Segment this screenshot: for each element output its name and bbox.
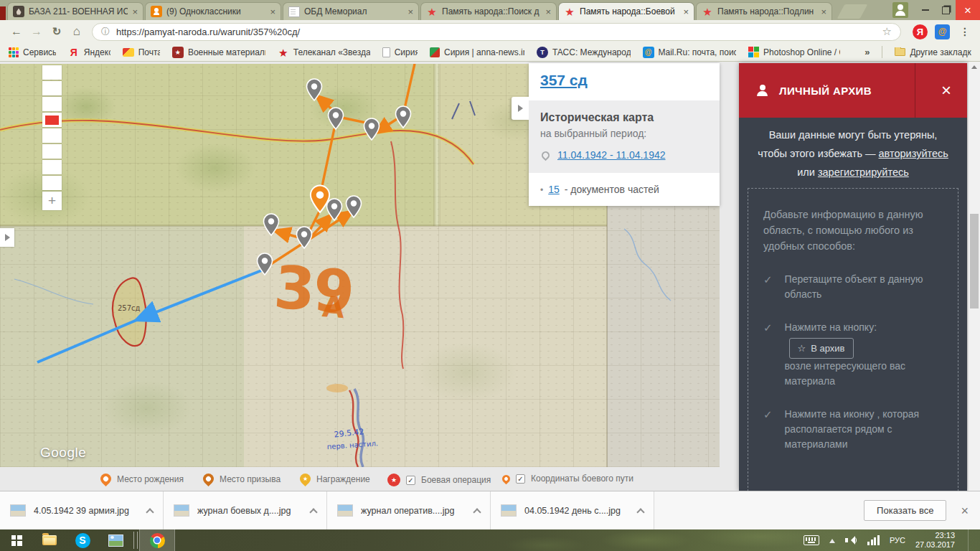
- hint-text: Перетащите объект в данную область: [785, 272, 943, 302]
- scrollbar-thumb[interactable]: [970, 214, 979, 309]
- collapse-panel-button[interactable]: [512, 97, 529, 120]
- new-tab-button[interactable]: [837, 4, 868, 19]
- minimize-button[interactable]: [915, 0, 936, 20]
- map-layer-button-selected[interactable]: [42, 113, 62, 127]
- mail-envelope-icon: [123, 48, 134, 57]
- page-scrollbar[interactable]: [968, 62, 980, 491]
- services-grid-icon: [9, 47, 19, 57]
- download-item[interactable]: 4.05.1942 39 армия.jpg: [0, 491, 164, 529]
- profile-avatar-button[interactable]: [892, 2, 908, 18]
- address-bar[interactable]: https://pamyat-naroda.ru/warunit/357%20с…: [92, 23, 901, 41]
- chevron-up-icon[interactable]: [309, 508, 317, 516]
- tab-close-icon[interactable]: [821, 7, 826, 17]
- map-layer-button[interactable]: [42, 128, 62, 143]
- tab-pamyat-poisk[interactable]: Память народа::Поиск д: [420, 2, 557, 20]
- chrome-button-active[interactable]: [139, 529, 175, 551]
- register-link[interactable]: зарегистрируйтесь: [818, 166, 909, 178]
- map-pin[interactable]: [329, 108, 344, 129]
- map-pin[interactable]: [396, 106, 411, 128]
- bookmark-pochta[interactable]: Почта: [123, 47, 160, 57]
- documents-count-link[interactable]: 15: [548, 184, 560, 195]
- map-pin[interactable]: [364, 118, 380, 140]
- tab-pamyat-podlin[interactable]: Память народа::Подлин: [696, 2, 832, 20]
- drop-zone[interactable]: Добавьте информацию в данную область, с …: [748, 188, 958, 502]
- bookmark-siriya[interactable]: Сирия: [382, 47, 418, 57]
- touch-keyboard-icon[interactable]: [804, 535, 819, 545]
- url-input[interactable]: https://pamyat-naroda.ru/warunit/357%20с…: [116, 27, 876, 37]
- battle-route-segment[interactable]: [321, 128, 334, 189]
- map-layer-button[interactable]: [42, 176, 62, 190]
- bookmark-yandex[interactable]: Яндекс: [68, 47, 110, 58]
- bookmark-voennye-materialy[interactable]: Военные материалы: [172, 47, 265, 58]
- legend-item-award: Награждение: [300, 474, 370, 484]
- hidden-icons-chevron[interactable]: [829, 536, 835, 543]
- map-layer-button[interactable]: [42, 65, 62, 80]
- site-info-icon[interactable]: [101, 26, 110, 38]
- map-layer-button[interactable]: [42, 144, 62, 159]
- bookmark-mailru[interactable]: Mail.Ru: почта, поиск: [643, 47, 737, 58]
- chevron-up-icon[interactable]: [636, 508, 644, 516]
- expand-left-panel-button[interactable]: [0, 228, 14, 247]
- bookmark-star-icon[interactable]: [882, 25, 892, 38]
- tab-close-icon[interactable]: [270, 7, 275, 17]
- chevron-up-icon[interactable]: [473, 508, 481, 516]
- bookmark-servisy[interactable]: Сервисы: [9, 47, 56, 57]
- reload-icon[interactable]: ↻: [47, 25, 66, 38]
- authorize-link[interactable]: авторизуйтесь: [879, 148, 948, 159]
- unit-link[interactable]: 357 сд: [540, 72, 588, 88]
- taskbar-clock[interactable]: 23:13 27.03.2017: [915, 531, 955, 550]
- download-item[interactable]: журнал боевых д....jpg: [164, 491, 327, 529]
- start-button[interactable]: [0, 529, 33, 551]
- browser-menu-icon[interactable]: [957, 26, 973, 37]
- close-panel-icon[interactable]: [941, 82, 951, 99]
- tab-close-icon[interactable]: [545, 7, 551, 17]
- download-item[interactable]: журнал оператив....jpg: [327, 491, 491, 529]
- blue-route-line[interactable]: [37, 270, 263, 362]
- tab-obd-memorial[interactable]: ОБД Мемориал: [283, 2, 419, 20]
- route-coordinates-checkbox[interactable]: [516, 474, 525, 484]
- volume-icon[interactable]: [845, 535, 857, 545]
- bookmark-anna-news[interactable]: Сирия | anna-news.inf: [430, 47, 524, 57]
- language-indicator[interactable]: РУС: [890, 536, 905, 545]
- mailru-extension-icon[interactable]: [935, 24, 950, 39]
- tab-odnoklassniki[interactable]: (9) Одноклассники: [145, 2, 281, 20]
- photo-viewer-button[interactable]: [99, 529, 132, 551]
- zoom-in-button[interactable]: [42, 192, 62, 210]
- scroll-up-button[interactable]: [969, 62, 980, 72]
- forward-icon[interactable]: →: [27, 25, 46, 38]
- tab-close-icon[interactable]: [683, 7, 689, 17]
- close-window-button[interactable]: [956, 0, 980, 20]
- network-signal-icon[interactable]: [867, 535, 880, 545]
- yandex-extension-icon[interactable]: [913, 24, 928, 39]
- bookmarks-overflow-icon[interactable]: [864, 47, 870, 57]
- show-all-downloads-button[interactable]: Показать все: [864, 500, 946, 521]
- chevron-up-icon[interactable]: [146, 508, 154, 516]
- other-bookmarks-button[interactable]: Другие закладки: [895, 47, 971, 57]
- map-layer-button[interactable]: [42, 160, 62, 174]
- tass-icon: [537, 47, 548, 58]
- battle-operation-checkbox[interactable]: [406, 476, 415, 485]
- bookmark-tass[interactable]: ТАСС: Международн: [537, 47, 631, 58]
- close-downloads-bar-icon[interactable]: [961, 504, 969, 517]
- file-explorer-button[interactable]: [33, 529, 66, 551]
- tab-close-icon[interactable]: [407, 7, 413, 17]
- bookmark-photoshop[interactable]: Photoshop Online / O: [748, 47, 840, 57]
- map-layer-button[interactable]: [42, 97, 62, 111]
- tab-baza211[interactable]: БАЗА 211- ВОЕННАЯ ИС: [7, 2, 143, 20]
- restore-button[interactable]: [936, 0, 956, 20]
- to-archive-button[interactable]: В архив: [789, 338, 854, 359]
- date-range-link[interactable]: 11.04.1942 - 11.04.1942: [557, 149, 666, 161]
- folder-icon: [42, 535, 57, 545]
- download-item[interactable]: 04.05.1942 день с....jpg: [491, 491, 654, 529]
- show-desktop-button[interactable]: [968, 529, 971, 551]
- browser-toolbar: ← → ↻ ⌂ https://pamyat-naroda.ru/warunit…: [0, 20, 980, 43]
- skype-button[interactable]: [66, 529, 99, 551]
- bookmark-zvezda[interactable]: Телеканал «Звезда»: [278, 47, 370, 58]
- tab-pamyat-boevoy-active[interactable]: Память народа::Боевой: [558, 2, 694, 20]
- tab-close-icon[interactable]: [132, 7, 138, 17]
- back-icon[interactable]: ←: [7, 25, 26, 38]
- home-icon[interactable]: ⌂: [67, 24, 86, 39]
- battle-route-segment[interactable]: [405, 64, 415, 108]
- map-layer-button[interactable]: [42, 81, 62, 95]
- route-and-pins[interactable]: [37, 64, 415, 362]
